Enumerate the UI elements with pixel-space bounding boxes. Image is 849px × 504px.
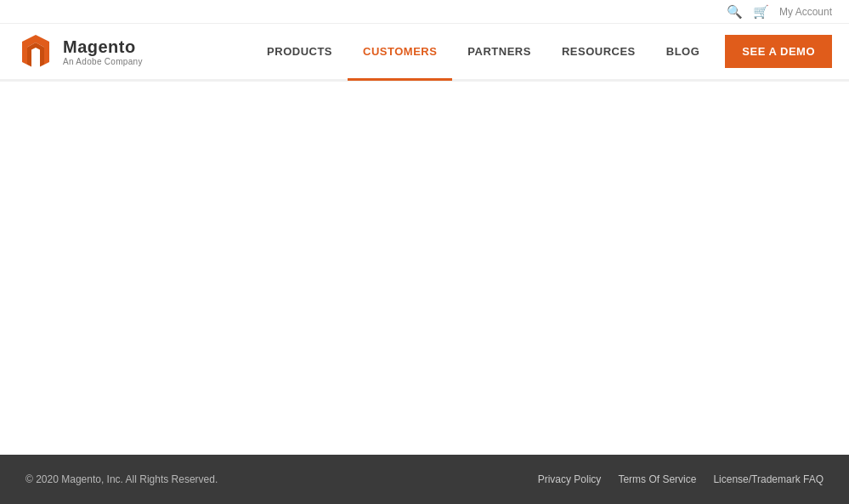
main-navigation: Magento An Adobe Company PRODUCTS CUSTOM… xyxy=(0,24,849,82)
top-utility-bar: 🔍 🛒 My Account xyxy=(0,0,849,24)
search-icon[interactable]: 🔍 xyxy=(727,4,743,20)
logo-tagline: An Adobe Company xyxy=(63,57,143,67)
nav-links-container: PRODUCTS CUSTOMERS PARTNERS RESOURCES BL… xyxy=(252,24,832,79)
my-account-link[interactable]: My Account xyxy=(779,6,832,18)
nav-link-products[interactable]: PRODUCTS xyxy=(252,25,348,81)
terms-of-service-link[interactable]: Terms Of Service xyxy=(618,473,696,485)
top-bar-icons: 🔍 🛒 My Account xyxy=(727,4,832,20)
copyright-text: © 2020 Magento, Inc. All Rights Reserved… xyxy=(25,473,218,485)
footer-links-container: Privacy Policy Terms Of Service License/… xyxy=(538,473,824,485)
logo-name: Magento xyxy=(63,37,143,57)
page-footer: © 2020 Magento, Inc. All Rights Reserved… xyxy=(0,455,849,504)
nav-link-customers[interactable]: CUSTOMERS xyxy=(348,25,452,81)
nav-link-blog[interactable]: BLOG xyxy=(651,25,716,81)
nav-link-partners[interactable]: PARTNERS xyxy=(452,25,546,81)
main-content-area xyxy=(0,82,849,455)
privacy-policy-link[interactable]: Privacy Policy xyxy=(538,473,602,485)
see-a-demo-button[interactable]: SEE A DEMO xyxy=(725,35,832,68)
nav-link-resources[interactable]: RESOURCES xyxy=(546,25,651,81)
logo-text-area: Magento An Adobe Company xyxy=(63,37,143,67)
magento-logo-icon xyxy=(17,33,54,71)
logo-link[interactable]: Magento An Adobe Company xyxy=(17,33,143,71)
license-trademark-faq-link[interactable]: License/Trademark FAQ xyxy=(713,473,824,485)
cart-icon[interactable]: 🛒 xyxy=(753,4,769,20)
